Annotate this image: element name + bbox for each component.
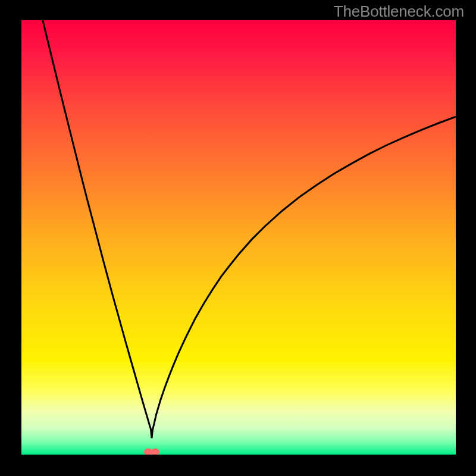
bottleneck-chart [21, 20, 456, 455]
watermark-text: TheBottleneck.com [334, 2, 464, 21]
plot-area [21, 20, 456, 455]
gradient-background [21, 20, 456, 455]
chart-frame: TheBottleneck.com [0, 0, 476, 476]
